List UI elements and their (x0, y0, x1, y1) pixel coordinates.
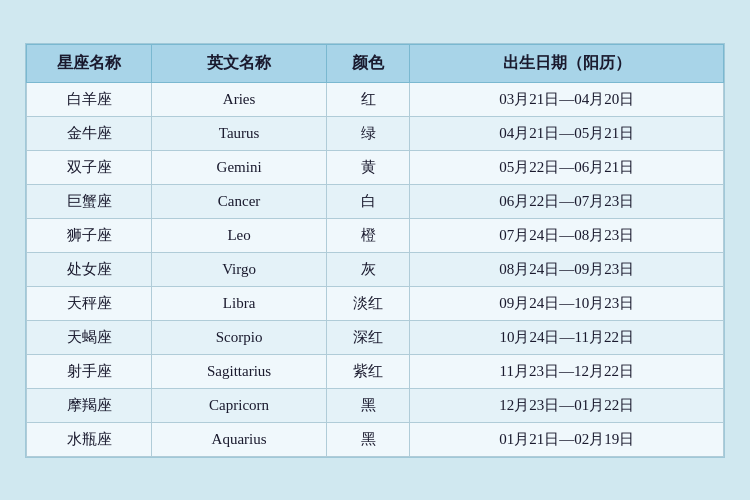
table-row: 双子座Gemini黄05月22日—06月21日 (27, 150, 724, 184)
cell-date: 05月22日—06月21日 (410, 150, 724, 184)
cell-english: Sagittarius (152, 354, 326, 388)
cell-date: 07月24日—08月23日 (410, 218, 724, 252)
cell-english: Libra (152, 286, 326, 320)
cell-color: 深红 (326, 320, 410, 354)
cell-color: 白 (326, 184, 410, 218)
table-row: 狮子座Leo橙07月24日—08月23日 (27, 218, 724, 252)
cell-date: 12月23日—01月22日 (410, 388, 724, 422)
cell-color: 黑 (326, 422, 410, 456)
cell-date: 04月21日—05月21日 (410, 116, 724, 150)
table-row: 白羊座Aries红03月21日—04月20日 (27, 82, 724, 116)
cell-chinese: 双子座 (27, 150, 152, 184)
zodiac-table-container: 星座名称 英文名称 颜色 出生日期（阳历） 白羊座Aries红03月21日—04… (25, 43, 725, 458)
cell-english: Gemini (152, 150, 326, 184)
cell-date: 06月22日—07月23日 (410, 184, 724, 218)
cell-english: Virgo (152, 252, 326, 286)
cell-chinese: 射手座 (27, 354, 152, 388)
header-color: 颜色 (326, 44, 410, 82)
cell-chinese: 天秤座 (27, 286, 152, 320)
cell-color: 灰 (326, 252, 410, 286)
cell-english: Leo (152, 218, 326, 252)
table-row: 射手座Sagittarius紫红11月23日—12月22日 (27, 354, 724, 388)
cell-date: 08月24日—09月23日 (410, 252, 724, 286)
cell-date: 10月24日—11月22日 (410, 320, 724, 354)
table-row: 摩羯座Capricorn黑12月23日—01月22日 (27, 388, 724, 422)
cell-chinese: 金牛座 (27, 116, 152, 150)
cell-english: Aquarius (152, 422, 326, 456)
cell-date: 01月21日—02月19日 (410, 422, 724, 456)
cell-color: 橙 (326, 218, 410, 252)
zodiac-table: 星座名称 英文名称 颜色 出生日期（阳历） 白羊座Aries红03月21日—04… (26, 44, 724, 457)
cell-color: 黄 (326, 150, 410, 184)
cell-date: 03月21日—04月20日 (410, 82, 724, 116)
cell-date: 11月23日—12月22日 (410, 354, 724, 388)
cell-color: 淡红 (326, 286, 410, 320)
cell-chinese: 处女座 (27, 252, 152, 286)
cell-english: Taurus (152, 116, 326, 150)
table-row: 金牛座Taurus绿04月21日—05月21日 (27, 116, 724, 150)
cell-color: 绿 (326, 116, 410, 150)
cell-chinese: 水瓶座 (27, 422, 152, 456)
cell-chinese: 天蝎座 (27, 320, 152, 354)
table-row: 天秤座Libra淡红09月24日—10月23日 (27, 286, 724, 320)
table-row: 水瓶座Aquarius黑01月21日—02月19日 (27, 422, 724, 456)
header-english: 英文名称 (152, 44, 326, 82)
cell-color: 黑 (326, 388, 410, 422)
cell-english: Aries (152, 82, 326, 116)
cell-english: Cancer (152, 184, 326, 218)
table-row: 天蝎座Scorpio深红10月24日—11月22日 (27, 320, 724, 354)
table-header-row: 星座名称 英文名称 颜色 出生日期（阳历） (27, 44, 724, 82)
cell-english: Capricorn (152, 388, 326, 422)
cell-color: 红 (326, 82, 410, 116)
cell-chinese: 巨蟹座 (27, 184, 152, 218)
table-body: 白羊座Aries红03月21日—04月20日金牛座Taurus绿04月21日—0… (27, 82, 724, 456)
table-row: 处女座Virgo灰08月24日—09月23日 (27, 252, 724, 286)
cell-chinese: 白羊座 (27, 82, 152, 116)
cell-chinese: 狮子座 (27, 218, 152, 252)
cell-chinese: 摩羯座 (27, 388, 152, 422)
header-chinese: 星座名称 (27, 44, 152, 82)
table-row: 巨蟹座Cancer白06月22日—07月23日 (27, 184, 724, 218)
cell-date: 09月24日—10月23日 (410, 286, 724, 320)
cell-color: 紫红 (326, 354, 410, 388)
header-date: 出生日期（阳历） (410, 44, 724, 82)
cell-english: Scorpio (152, 320, 326, 354)
